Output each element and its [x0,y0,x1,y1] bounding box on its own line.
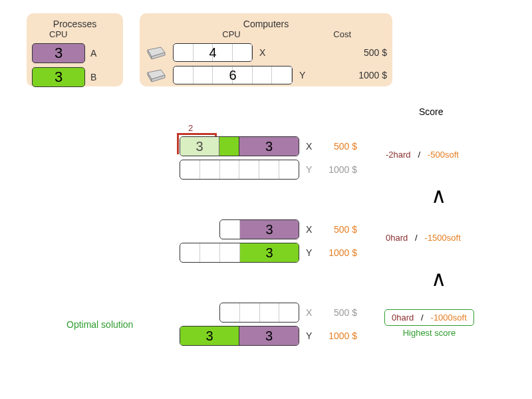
computers-panel: Computers CPU Cost 4 X 500 $ 6 Y 1000 $ [140,13,392,86]
solution-1-score: -2hard / -500soft [386,150,459,160]
seg-purple: 3 [239,137,299,156]
computer-y-cpu-bar: 6 [173,66,293,84]
computer-y-cost: 1000 $ [347,70,387,80]
highest-score-box: 0hard / -1000soft [384,309,474,326]
processes-panel: Processes CPU 3 A 3 B [27,13,123,86]
hard-score: 0hard [392,313,414,323]
seg-green: 3 [240,243,299,262]
seg-overflow: 3 [180,137,219,156]
process-b-letter: B [90,72,98,82]
process-b-box: 3 [32,67,85,87]
process-a-letter: A [90,48,98,59]
computers-title: Computers [145,19,387,29]
solution-3-row-x: X 500 $ [219,303,357,323]
solution-3-score: 0hard / -1000soft Highest score [384,309,474,338]
processes-cpu-label: CPU [49,29,118,39]
solution-2-row-x: 3 X 500 $ [219,219,357,239]
row-letter: Y [306,164,314,175]
score-header: Score [419,106,444,117]
row-letter: X [306,224,314,235]
computer-y-letter: Y [299,70,307,80]
row-cost: 500 $ [321,141,357,152]
solution-bar-empty [180,160,299,180]
solution-bar: 3 [180,243,299,263]
computer-x-cost: 500 $ [347,47,387,58]
row-letter: X [306,307,314,318]
solution-2-score: 0hard / -1500soft [386,233,461,243]
processes-title: Processes [32,19,118,29]
caret-icon: ∧ [431,266,446,291]
seg-green [219,137,239,156]
hard-score: 0hard [386,233,408,243]
hard-score: -2hard [386,150,411,160]
seg-purple: 3 [239,327,299,345]
process-a-box: 3 [32,43,85,63]
solution-bar-empty [219,303,299,323]
computer-x-letter: X [259,47,267,58]
solution-1-row-y: Y 1000 $ [180,160,357,180]
soft-score: -1000soft [431,313,467,323]
computers-cost-label: Cost [311,29,351,39]
row-cost: 500 $ [321,307,357,318]
solution-bar: 3 3 [180,136,299,156]
row-letter: Y [306,247,314,258]
row-cost: 1000 $ [321,247,357,258]
row-letter: X [306,141,314,152]
computer-x-cpu-value: 4 [209,45,216,61]
score-slash: / [413,150,425,160]
seg-purple: 3 [240,220,299,239]
solution-3-row-y: 3 3 Y 1000 $ [180,326,357,346]
row-cost: 1000 $ [321,164,357,175]
row-cost: 500 $ [321,224,357,235]
solution-bar: 3 [219,219,299,239]
computer-row: 6 Y 1000 $ [145,66,387,84]
process-row: 3 A [32,43,118,63]
soft-score: -500soft [428,150,459,160]
score-slash: / [416,313,428,323]
process-row: 3 B [32,67,118,87]
computers-cpu-label: CPU [172,29,291,39]
chip-icon [145,45,166,61]
optimal-solution-label: Optimal solution [66,319,133,330]
soft-score: -1500soft [425,233,461,243]
computer-y-cpu-value: 6 [229,68,236,83]
computer-x-cpu-bar: 4 [173,43,253,62]
highest-score-label: Highest score [384,328,474,338]
seg-green: 3 [180,327,239,345]
score-slash: / [410,233,422,243]
row-letter: Y [306,331,314,341]
overflow-label: 2 [188,123,193,133]
row-cost: 1000 $ [321,331,357,341]
caret-icon: ∧ [431,183,446,208]
solution-bar: 3 3 [180,326,299,346]
computer-row: 4 X 500 $ [145,43,387,62]
solution-2-row-y: 3 Y 1000 $ [180,243,357,263]
chip-icon [145,67,166,83]
solution-1-row-x: 3 3 X 500 $ [180,136,357,156]
